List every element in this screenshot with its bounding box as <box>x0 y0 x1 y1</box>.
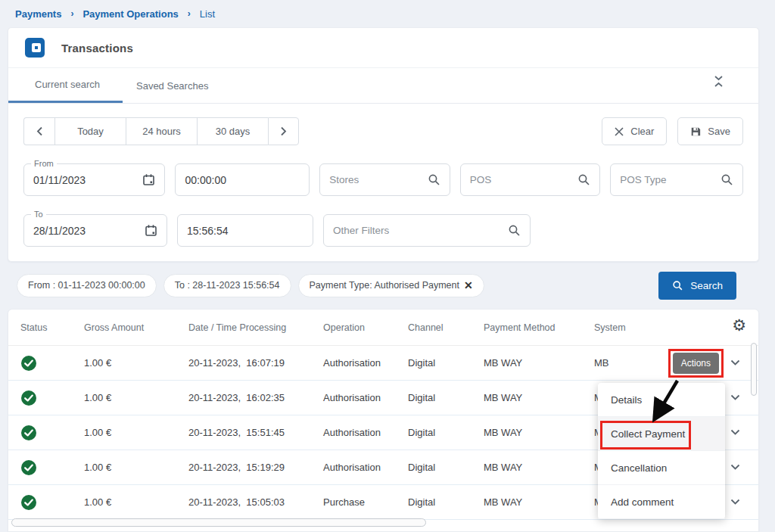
to-date-value: 28/11/2023 <box>33 225 139 237</box>
page-title: Transactions <box>61 42 133 54</box>
range-30days-button[interactable]: 30 days <box>197 117 268 145</box>
search-button[interactable]: Search <box>658 272 736 300</box>
cell-payment-method: MB WAY <box>484 462 594 473</box>
chip-from-label: From : 01-11-2023 00:00:00 <box>28 280 145 291</box>
menu-item-details[interactable]: Details <box>598 383 725 417</box>
calendar-icon[interactable] <box>142 173 155 186</box>
cell-payment-method: MB WAY <box>484 496 594 508</box>
breadcrumb-payments[interactable]: Payments <box>15 8 61 20</box>
cell-channel: Digital <box>408 427 484 438</box>
cell-operation: Authorisation <box>323 427 408 438</box>
chevron-down-icon[interactable] <box>730 429 740 436</box>
search-icon <box>672 280 683 291</box>
chevron-left-icon <box>36 126 43 136</box>
range-prev-button[interactable] <box>23 117 54 145</box>
from-time-value: 00:00:00 <box>185 174 300 186</box>
range-24hours-button[interactable]: 24 hours <box>126 117 197 145</box>
table-row[interactable]: 1.00 € 20-11-2023, 16:07:19 Authorisatio… <box>8 346 758 381</box>
vertical-scrollbar[interactable] <box>751 343 757 396</box>
chip-to: To : 28-11-2023 15:56:54 <box>163 274 291 297</box>
cell-payment-method: MB WAY <box>484 357 594 369</box>
close-icon <box>615 127 624 136</box>
from-time-field[interactable]: 00:00:00 <box>175 163 310 196</box>
search-icon <box>428 173 440 186</box>
calendar-icon[interactable] <box>145 224 157 237</box>
table-header: Status Gross Amount Date / Time Processi… <box>8 310 758 346</box>
cell-operation: Authorisation <box>323 462 408 473</box>
to-date-field[interactable]: To 28/11/2023 <box>23 214 167 247</box>
cell-gross-amount: 1.00 € <box>84 427 188 438</box>
success-status-icon <box>20 494 84 511</box>
search-button-label: Search <box>690 280 723 291</box>
col-datetime[interactable]: Date / Time Processing <box>188 322 323 333</box>
cell-system: MB <box>594 357 659 369</box>
chevron-down-icon[interactable] <box>730 359 740 366</box>
clear-button-label: Clear <box>630 126 654 137</box>
collapse-panel-icon[interactable] <box>714 75 724 88</box>
cell-datetime: 20-11-2023, 15:19:29 <box>188 462 323 473</box>
annotation-red-box-actions: Actions <box>668 349 724 378</box>
card-header: Transactions <box>8 28 758 68</box>
pos-field[interactable]: POS <box>460 163 601 196</box>
pos-placeholder: POS <box>470 174 572 185</box>
from-date-field[interactable]: From 01/11/2023 <box>23 163 165 196</box>
cell-datetime: 20-11-2023, 15:05:03 <box>188 496 323 508</box>
save-button[interactable]: Save <box>677 117 743 145</box>
chevron-down-icon[interactable] <box>730 394 740 401</box>
breadcrumb-separator-icon: › <box>70 8 73 19</box>
breadcrumb-list[interactable]: List <box>200 8 215 20</box>
tab-saved-searches[interactable]: Saved Searches <box>123 68 226 103</box>
chevron-down-icon[interactable] <box>730 464 740 471</box>
clear-button[interactable]: Clear <box>602 117 667 145</box>
breadcrumb-separator-icon: › <box>188 8 191 19</box>
actions-button[interactable]: Actions <box>673 353 719 374</box>
cell-channel: Digital <box>408 462 484 473</box>
breadcrumb: Payments › Payment Operations › List <box>0 0 775 27</box>
chip-to-label: To : 28-11-2023 15:56:54 <box>175 280 280 291</box>
from-date-label: From <box>31 159 57 168</box>
search-icon <box>508 224 521 237</box>
success-status-icon <box>20 459 84 476</box>
search-icon <box>577 173 590 186</box>
chip-payment-type-label: Payment Type: Authorised Payment <box>310 280 460 291</box>
to-time-field[interactable]: 15:56:54 <box>177 214 313 247</box>
col-system[interactable]: System <box>594 322 659 333</box>
col-payment-method[interactable]: Payment Method <box>484 322 594 333</box>
horizontal-scrollbar[interactable] <box>11 518 426 527</box>
col-status[interactable]: Status <box>20 322 84 333</box>
filters-panel: Today 24 hours 30 days Clear Save <box>8 104 758 247</box>
cell-payment-method: MB WAY <box>484 427 594 438</box>
cell-channel: Digital <box>408 496 484 508</box>
cell-payment-method: MB WAY <box>484 392 594 403</box>
col-channel[interactable]: Channel <box>408 322 484 333</box>
save-button-label: Save <box>708 126 730 137</box>
tab-current-search[interactable]: Current search <box>8 68 123 103</box>
other-filters-field[interactable]: Other Filters <box>323 214 531 247</box>
chip-close-icon[interactable]: ✕ <box>464 279 473 291</box>
cell-gross-amount: 1.00 € <box>84 462 188 473</box>
range-today-button[interactable]: Today <box>54 117 126 145</box>
col-gross-amount[interactable]: Gross Amount <box>84 322 188 333</box>
quick-range-group: Today 24 hours 30 days <box>23 117 299 145</box>
chip-payment-type: Payment Type: Authorised Payment ✕ <box>298 274 484 297</box>
stores-field[interactable]: Stores <box>319 163 450 196</box>
range-next-button[interactable] <box>268 117 299 145</box>
cell-datetime: 20-11-2023, 16:07:19 <box>188 357 323 369</box>
cell-channel: Digital <box>408 392 484 403</box>
cell-datetime: 20-11-2023, 15:51:45 <box>188 427 323 438</box>
to-date-label: To <box>31 210 46 219</box>
menu-item-cancellation[interactable]: Cancellation <box>598 451 725 485</box>
menu-item-collect-payment[interactable]: Collect Payment <box>598 417 725 451</box>
menu-item-add-comment[interactable]: Add comment <box>598 485 725 519</box>
chevron-down-icon[interactable] <box>730 499 740 506</box>
gear-icon[interactable]: ⚙ <box>732 318 746 334</box>
chip-from: From : 01-11-2023 00:00:00 <box>17 274 157 297</box>
cell-datetime: 20-11-2023, 16:02:35 <box>188 392 323 403</box>
breadcrumb-payment-operations[interactable]: Payment Operations <box>82 8 178 20</box>
col-operation[interactable]: Operation <box>323 322 408 333</box>
other-filters-placeholder: Other Filters <box>333 225 502 236</box>
pos-type-field[interactable]: POS Type <box>610 163 743 196</box>
cell-channel: Digital <box>408 357 484 369</box>
cell-gross-amount: 1.00 € <box>84 392 188 403</box>
chevron-right-icon <box>280 126 287 136</box>
